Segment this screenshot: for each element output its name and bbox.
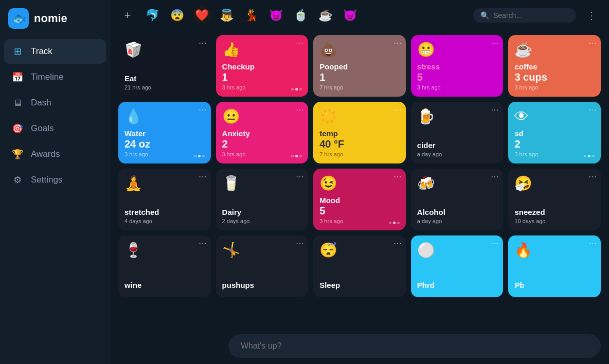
card-pushups[interactable]: ⋯ 🤸 pushups bbox=[216, 235, 309, 297]
sidebar-item-dash[interactable]: 🖥 Dash bbox=[4, 90, 106, 115]
card-temp[interactable]: ⋯ ☀️ temp 40 °F 7 hrs ago bbox=[313, 102, 406, 163]
search-input[interactable] bbox=[493, 11, 565, 20]
sidebar-label-timeline: Timeline bbox=[31, 72, 64, 82]
card-menu-anxiety[interactable]: ⋯ bbox=[296, 106, 304, 114]
sidebar-nav: ⊞ Track 📅 Timeline 🖥 Dash 🎯 Goals 🏆 Awar… bbox=[0, 39, 110, 192]
card-bottom-stretched: stretched 4 days ago bbox=[124, 208, 205, 224]
card-menu-coffee[interactable]: ⋯ bbox=[588, 39, 597, 47]
card-sneezed[interactable]: ⋯ 🤧 sneezed 10 days ago bbox=[508, 169, 601, 230]
logo-icon: 🐟 bbox=[8, 8, 29, 29]
card-eat[interactable]: ⋯ 🥡 Eat 21 hrs ago bbox=[118, 35, 211, 97]
card-name-mood: Mood bbox=[319, 196, 400, 205]
card-dairy[interactable]: ⋯ 🥛 Dairy 2 days ago bbox=[216, 169, 309, 230]
coffee-top-button[interactable]: ☕ bbox=[316, 6, 334, 25]
card-menu-stretched[interactable]: ⋯ bbox=[199, 173, 207, 181]
card-emoji-sneezed: 🤧 bbox=[514, 175, 595, 192]
sidebar-item-timeline[interactable]: 📅 Timeline bbox=[4, 65, 106, 89]
card-time-cider: a day ago bbox=[417, 151, 442, 157]
card-emoji-anxiety: 😐 bbox=[222, 108, 302, 125]
card-cider[interactable]: ⋯ 🍺 cider a day ago bbox=[411, 102, 504, 163]
card-name-cider: cider bbox=[417, 141, 497, 150]
card-checkup[interactable]: ⋯ 👍 Checkup 1 3 hrs ago bbox=[216, 35, 309, 97]
card-time-mood: 3 hrs ago bbox=[319, 218, 343, 224]
card-menu-checkup[interactable]: ⋯ bbox=[296, 39, 304, 47]
emoji-anxious-button[interactable]: 😨 bbox=[168, 6, 186, 25]
tea-button[interactable]: 🍵 bbox=[291, 6, 310, 25]
search-box: 🔍 bbox=[473, 8, 576, 23]
card-bottom-coffee: coffee 3 cups 3 hrs ago bbox=[514, 62, 595, 90]
devil-button[interactable]: 👿 bbox=[266, 6, 285, 25]
sidebar-label-awards: Awards bbox=[31, 149, 60, 159]
more-menu-button[interactable]: ⋮ bbox=[582, 7, 601, 24]
card-water[interactable]: ⋯ 💧 Water 24 oz 3 hrs ago bbox=[118, 102, 211, 163]
heart-button[interactable]: ❤️ bbox=[192, 6, 211, 25]
sidebar-item-goals[interactable]: 🎯 Goals bbox=[4, 116, 106, 141]
card-stretched[interactable]: ⋯ 🧘 stretched 4 days ago bbox=[118, 169, 211, 230]
card-time-stretched: 4 days ago bbox=[124, 218, 152, 224]
app-logo: 🐟 nomie bbox=[0, 0, 110, 39]
card-emoji-wine: 🍷 bbox=[124, 242, 205, 259]
settings-icon: ⚙ bbox=[10, 173, 25, 187]
card-bottom-sd: sd 2 3 hrs ago bbox=[514, 129, 595, 157]
card-bottom-temp: temp 40 °F 7 hrs ago bbox=[319, 129, 400, 157]
dash-icon: 🖥 bbox=[10, 96, 25, 110]
card-dots-sd bbox=[584, 155, 595, 157]
footer bbox=[110, 330, 609, 364]
card-value-mood: 5 bbox=[319, 205, 400, 217]
card-menu-pushups[interactable]: ⋯ bbox=[296, 240, 304, 248]
card-time-pooped: 7 hrs ago bbox=[319, 84, 343, 90]
sidebar-item-track[interactable]: ⊞ Track bbox=[4, 39, 106, 64]
card-menu-cider[interactable]: ⋯ bbox=[491, 106, 499, 114]
card-dots-mood bbox=[389, 222, 400, 224]
card-value-pooped: 1 bbox=[319, 71, 400, 83]
card-emoji-dairy: 🥛 bbox=[222, 175, 302, 192]
awards-icon: 🏆 bbox=[10, 147, 25, 161]
card-menu-eat[interactable]: ⋯ bbox=[199, 39, 207, 47]
card-menu-temp[interactable]: ⋯ bbox=[393, 106, 402, 114]
card-stress[interactable]: ⋯ 😬 stress 5 3 hrs ago bbox=[411, 35, 504, 97]
angel-button[interactable]: 👼 bbox=[217, 6, 236, 25]
card-menu-water[interactable]: ⋯ bbox=[199, 106, 207, 114]
card-menu-phrd[interactable]: ⋯ bbox=[491, 240, 499, 248]
card-menu-sd[interactable]: ⋯ bbox=[588, 106, 597, 114]
card-bottom-cider: cider a day ago bbox=[417, 141, 497, 157]
card-alcohol[interactable]: ⋯ 🍻 Alcohol a day ago bbox=[411, 169, 504, 230]
card-pooped[interactable]: ⋯ 💩 Pooped 1 7 hrs ago bbox=[313, 35, 406, 97]
sidebar-item-settings[interactable]: ⚙ Settings bbox=[4, 168, 106, 192]
card-bottom-pb: Pb bbox=[514, 281, 595, 291]
card-wine[interactable]: ⋯ 🍷 wine bbox=[118, 235, 211, 297]
card-bottom-mood: Mood 5 3 hrs ago bbox=[319, 196, 400, 224]
card-pb[interactable]: ⋯ 🔥 Pb bbox=[508, 235, 601, 297]
card-menu-sleep[interactable]: ⋯ bbox=[393, 240, 402, 248]
card-menu-stress[interactable]: ⋯ bbox=[491, 39, 499, 47]
card-bottom-alcohol: Alcohol a day ago bbox=[417, 208, 497, 224]
whats-up-input[interactable] bbox=[241, 341, 588, 351]
card-phrd[interactable]: ⋯ ⚪ Phrd bbox=[411, 235, 504, 297]
card-menu-pb[interactable]: ⋯ bbox=[588, 240, 597, 248]
dance-button[interactable]: 💃 bbox=[242, 6, 260, 25]
card-value-stress: 5 bbox=[417, 71, 497, 83]
card-menu-pooped[interactable]: ⋯ bbox=[393, 39, 402, 47]
card-emoji-eat: 🥡 bbox=[124, 41, 205, 58]
card-sd[interactable]: ⋯ 👁 sd 2 3 hrs ago bbox=[508, 102, 601, 163]
card-mood[interactable]: ⋯ 😉 Mood 5 3 hrs ago bbox=[313, 169, 406, 230]
card-emoji-checkup: 👍 bbox=[222, 41, 302, 58]
card-menu-mood[interactable]: ⋯ bbox=[393, 173, 402, 181]
card-name-dairy: Dairy bbox=[222, 208, 302, 217]
goals-icon: 🎯 bbox=[10, 121, 25, 136]
timeline-icon: 📅 bbox=[10, 70, 25, 84]
card-sleep[interactable]: ⋯ 😴 Sleep bbox=[313, 235, 406, 297]
card-menu-sneezed[interactable]: ⋯ bbox=[588, 173, 597, 181]
card-menu-alcohol[interactable]: ⋯ bbox=[491, 173, 499, 181]
card-menu-dairy[interactable]: ⋯ bbox=[296, 173, 304, 181]
sidebar-item-awards[interactable]: 🏆 Awards bbox=[4, 142, 106, 167]
card-menu-wine[interactable]: ⋯ bbox=[199, 240, 207, 248]
app-name: nomie bbox=[34, 12, 67, 25]
dolphin-button[interactable]: 🐬 bbox=[143, 6, 162, 25]
add-button[interactable]: + bbox=[118, 6, 137, 25]
card-name-pooped: Pooped bbox=[319, 62, 400, 71]
card-coffee[interactable]: ⋯ ☕ coffee 3 cups 3 hrs ago bbox=[508, 35, 601, 97]
card-bottom-pushups: pushups bbox=[222, 281, 302, 291]
demon-button[interactable]: 😈 bbox=[341, 6, 359, 25]
card-anxiety[interactable]: ⋯ 😐 Anxiety 2 3 hrs ago bbox=[216, 102, 309, 163]
